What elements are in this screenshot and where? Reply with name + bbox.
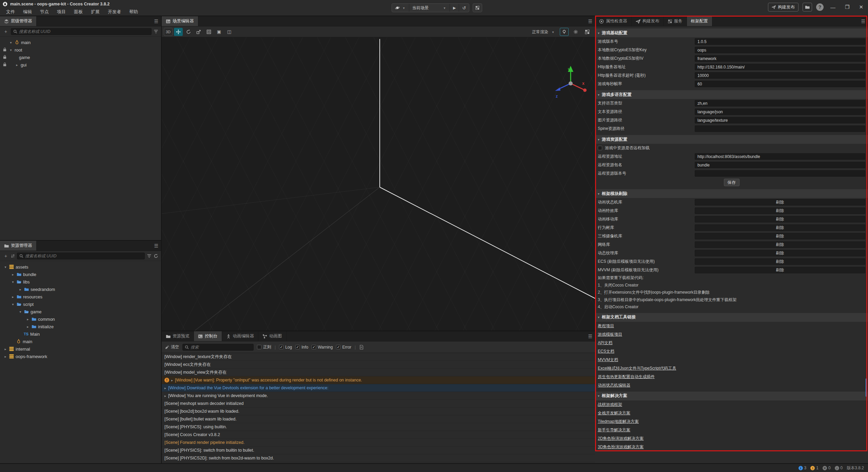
remove-module-button[interactable]: 剔除 (695, 208, 865, 214)
log-row[interactable]: [Scene] meshopt wasm decoder initialized (162, 400, 595, 408)
chevron-right-icon[interactable]: ▸ (11, 273, 15, 276)
scale-tool-button[interactable] (194, 28, 203, 36)
link-3d-rpg-solution[interactable]: 3D角色扮演游戏解决方案 (598, 444, 644, 450)
clear-console-button[interactable]: 清空 (165, 344, 179, 350)
chevron-down-icon[interactable]: ▾ (9, 41, 13, 44)
chevron-right-icon[interactable]: ▸ (11, 295, 15, 299)
chevron-down-icon[interactable]: ▾ (11, 280, 15, 284)
menu-edit[interactable]: 编辑 (20, 8, 35, 16)
pivot-toggle-button[interactable]: ▣ (215, 28, 223, 36)
tab-asset-preview[interactable]: 资源预览 (162, 331, 194, 341)
sort-icon[interactable] (11, 254, 15, 258)
filter-icon[interactable] (154, 29, 158, 34)
link-tutorial-project[interactable]: 教程项目 (598, 323, 614, 329)
layout-button[interactable] (473, 3, 482, 12)
tab-services[interactable]: 服务 (664, 16, 687, 26)
tab-animation-graph[interactable]: 动画图 (258, 331, 287, 341)
create-asset-button[interactable]: + (3, 253, 9, 259)
link-strategy-game-framework[interactable]: 战棋游戏框架 (598, 402, 622, 408)
hierarchy-search-field[interactable] (19, 29, 149, 34)
chevron-right-icon[interactable]: ▸ (15, 63, 19, 67)
chevron-right-icon[interactable]: ▸ (18, 288, 22, 291)
tab-assets[interactable]: 资源管理器 (0, 241, 37, 251)
link-template-project[interactable]: 游戏模板项目 (598, 332, 622, 337)
menu-help[interactable]: 帮助 (126, 8, 141, 16)
text-res-path-input[interactable] (695, 109, 865, 115)
link-animator-editor[interactable]: 动画状态机编辑器 (598, 382, 630, 388)
section-game-basic-config[interactable]: ▾游戏基础配置 (595, 28, 868, 37)
asset-node-main-ts[interactable]: TSMain (0, 330, 161, 338)
chevron-right-icon[interactable]: ▸ (164, 386, 166, 390)
error-count[interactable]: ✕0 (823, 466, 831, 470)
remove-module-button[interactable]: 剔除 (695, 241, 865, 248)
notification-count[interactable]: ♪0 (835, 466, 843, 470)
refresh-icon[interactable] (154, 254, 158, 258)
menu-project[interactable]: 项目 (54, 8, 69, 16)
asset-node-seedrandom[interactable]: ▸seedrandom (0, 286, 161, 293)
crypto-key-input[interactable] (695, 47, 865, 53)
lock-icon[interactable] (3, 47, 7, 52)
link-full-stack-solution[interactable]: 全栈开发解决方案 (598, 410, 630, 416)
assets-search-input[interactable] (17, 253, 145, 259)
asset-node-main-scene[interactable]: main (0, 338, 161, 345)
lock-icon[interactable] (3, 55, 7, 59)
panel-menu-icon[interactable]: ☰ (588, 19, 592, 24)
warning-count[interactable]: !1 (810, 466, 818, 470)
tab-inspector[interactable]: 属性检查器 (595, 16, 632, 26)
remote-bundle-name-input[interactable] (695, 162, 865, 168)
asset-node-initialize[interactable]: ▸initialize (0, 323, 161, 330)
mode-3d-toggle[interactable]: 3D (164, 28, 173, 36)
frame-rate-input[interactable] (695, 81, 865, 87)
asset-node-libs[interactable]: ▾libs (0, 278, 161, 286)
image-res-path-input[interactable] (695, 117, 865, 123)
remove-module-button[interactable]: 剔除 (695, 233, 865, 239)
tab-build-publish[interactable]: 构建发布 (632, 16, 664, 26)
chevron-right-icon[interactable]: ▸ (164, 394, 166, 398)
hierarchy-node-gui[interactable]: ▸ gui (0, 61, 161, 68)
log-row[interactable]: [Window] ecs文件夹存在 (162, 361, 595, 369)
hierarchy-search-input[interactable] (11, 28, 152, 35)
remote-res-url-input[interactable] (695, 153, 865, 160)
link-guide-solution[interactable]: 新手引导解决方案 (598, 427, 630, 433)
tab-hierarchy[interactable]: 层级管理器 (0, 16, 37, 26)
panel-menu-icon[interactable]: ☰ (154, 243, 158, 249)
console-search-input[interactable] (182, 344, 254, 351)
filter-error-checkbox[interactable]: ✓Error (336, 345, 351, 350)
filter-icon[interactable] (147, 254, 152, 258)
lighting-toggle-button[interactable] (560, 28, 569, 36)
log-row[interactable]: [Scene] [bullet]:bullet wasm lib loaded. (162, 415, 595, 423)
asset-node-assets[interactable]: ▾assets (0, 263, 161, 271)
log-row[interactable]: [Window] model_view文件夹存在 (162, 369, 595, 376)
chevron-down-icon[interactable]: ▾ (11, 302, 15, 306)
menu-node[interactable]: 节点 (37, 8, 52, 16)
asset-node-common[interactable]: ▸common (0, 315, 161, 323)
remove-module-button[interactable]: 剔除 (695, 267, 865, 273)
chevron-right-icon[interactable]: ▸ (26, 325, 30, 329)
menu-extension[interactable]: 扩展 (87, 8, 103, 16)
asset-node-oops-framework[interactable]: ▸oops-framework (0, 353, 161, 360)
http-timeout-input[interactable] (695, 72, 865, 79)
section-resource-config[interactable]: ▾游戏资源配置 (595, 135, 868, 144)
window-close-button[interactable]: ✕ (856, 4, 866, 10)
log-row[interactable]: [Scene] [PHYSICS]: using builtin. (162, 423, 595, 431)
open-project-folder-button[interactable] (803, 3, 812, 12)
camera-settings-button[interactable] (571, 28, 580, 36)
log-row[interactable]: [Scene] [box2d]:box2d wasm lib loaded. (162, 408, 595, 415)
section-doc-links[interactable]: ▾框架文档工具链接 (595, 313, 868, 322)
log-file-icon[interactable] (359, 345, 364, 350)
remote-load-checkbox[interactable]: 游戏中资源是否远程加载 (595, 144, 868, 152)
link-mvvm-docs[interactable]: MVVM文档 (598, 357, 618, 363)
remove-module-button[interactable]: 剔除 (695, 250, 865, 256)
hierarchy-node-main[interactable]: ▾ main (0, 39, 161, 46)
move-tool-button[interactable] (174, 28, 183, 36)
window-maximize-button[interactable]: ❐ (842, 4, 852, 10)
menu-developer[interactable]: 开发者 (104, 8, 124, 16)
remote-res-version-input[interactable] (695, 170, 865, 177)
remove-module-button[interactable]: 剔除 (695, 216, 865, 222)
log-row[interactable]: [Scene] [PHYSICS]: switch from builtin t… (162, 447, 595, 454)
filter-warning-checkbox[interactable]: ✓Warning (312, 345, 333, 350)
link-ecs-docs[interactable]: ECS文档 (598, 349, 614, 354)
info-count[interactable]: i3 (798, 466, 807, 470)
chevron-right-icon[interactable]: ▸ (3, 355, 7, 358)
hierarchy-node-game[interactable]: game (0, 54, 161, 61)
